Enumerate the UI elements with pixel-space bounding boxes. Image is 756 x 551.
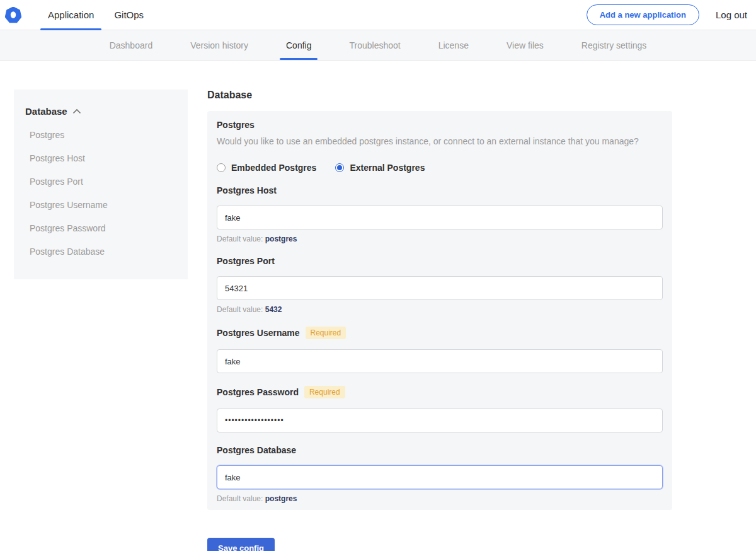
field-postgres-host: Postgres Host Default value: postgres xyxy=(217,185,663,243)
top-header: Application GitOps Add a new application… xyxy=(0,0,756,30)
field-postgres-port: Postgres Port Default value: 5432 xyxy=(217,256,663,314)
default-value-label: Default value: xyxy=(217,235,263,243)
subnav-license[interactable]: License xyxy=(430,30,478,60)
postgres-port-input[interactable] xyxy=(217,276,663,300)
header-right: Add a new application Log out xyxy=(587,0,756,30)
postgres-group-label: Postgres xyxy=(217,120,663,130)
postgres-group-description: Would you like to use an embedded postgr… xyxy=(217,136,663,146)
content-area: Database Postgres Postgres Host Postgres… xyxy=(0,61,756,551)
database-config-panel: Postgres Would you like to use an embedd… xyxy=(207,111,672,510)
postgres-password-label: Postgres Password Required xyxy=(217,386,663,398)
radio-external-postgres[interactable]: External Postgres xyxy=(335,163,425,173)
postgres-username-label-text: Postgres Username xyxy=(217,328,300,338)
page-title: Database xyxy=(207,90,672,101)
postgres-port-default-help: Default value: 5432 xyxy=(217,305,663,314)
postgres-port-label: Postgres Port xyxy=(217,256,663,266)
radio-checked-icon xyxy=(335,163,344,172)
sidebar-item-postgres-database[interactable]: Postgres Database xyxy=(25,240,176,263)
logout-button[interactable]: Log out xyxy=(716,9,747,20)
subnav-troubleshoot[interactable]: Troubleshoot xyxy=(340,30,409,60)
subnav-dashboard[interactable]: Dashboard xyxy=(101,30,162,60)
app-logo[interactable] xyxy=(5,0,21,30)
postgres-database-input[interactable] xyxy=(217,465,663,489)
sidebar-item-postgres-host[interactable]: Postgres Host xyxy=(25,146,176,170)
postgres-host-input[interactable] xyxy=(217,206,663,229)
postgres-radio-group: Embedded Postgres External Postgres xyxy=(217,163,663,173)
radio-embedded-postgres[interactable]: Embedded Postgres xyxy=(217,163,316,173)
sidebar-group-database-label: Database xyxy=(25,106,67,117)
postgres-host-label: Postgres Host xyxy=(217,185,663,195)
required-badge: Required xyxy=(304,386,345,398)
postgres-password-input[interactable] xyxy=(217,409,663,432)
subnav-view-files[interactable]: View files xyxy=(498,30,553,60)
sidebar-item-postgres-username[interactable]: Postgres Username xyxy=(25,193,176,216)
config-sidebar: Database Postgres Postgres Host Postgres… xyxy=(14,90,188,279)
default-value-label: Default value: xyxy=(217,305,263,314)
postgres-password-label-text: Postgres Password xyxy=(217,387,299,397)
field-postgres-database: Postgres Database Default value: postgre… xyxy=(217,445,663,503)
postgres-username-input[interactable] xyxy=(217,349,663,373)
postgres-host-default-help: Default value: postgres xyxy=(217,235,663,243)
chevron-up-icon xyxy=(72,108,81,114)
required-badge: Required xyxy=(306,327,346,339)
subnav-config[interactable]: Config xyxy=(277,30,320,60)
sidebar-item-postgres-password[interactable]: Postgres Password xyxy=(25,216,176,240)
tab-application-label: Application xyxy=(48,9,94,20)
default-value-label: Default value: xyxy=(217,494,263,503)
radio-external-postgres-label: External Postgres xyxy=(350,163,425,173)
tab-gitops-label: GitOps xyxy=(114,9,144,20)
add-application-button[interactable]: Add a new application xyxy=(587,4,699,25)
sidebar-item-postgres-port[interactable]: Postgres Port xyxy=(25,170,176,193)
postgres-database-default-help: Default value: postgres xyxy=(217,494,663,503)
radio-embedded-postgres-label: Embedded Postgres xyxy=(231,163,316,173)
postgres-database-label: Postgres Database xyxy=(217,445,663,455)
default-value-text: postgres xyxy=(265,235,297,243)
default-value-text: postgres xyxy=(265,494,297,503)
default-value-text: 5432 xyxy=(265,305,282,314)
sidebar-items: Postgres Postgres Host Postgres Port Pos… xyxy=(25,123,176,263)
kots-logo-icon xyxy=(5,7,21,23)
app-tabs: Application GitOps xyxy=(40,0,156,30)
tab-gitops[interactable]: GitOps xyxy=(106,0,151,30)
save-config-button[interactable]: Save config xyxy=(207,538,275,551)
sidebar-group-database[interactable]: Database xyxy=(25,106,176,117)
subnav-registry-settings[interactable]: Registry settings xyxy=(573,30,655,60)
app-sub-nav: Dashboard Version history Config Trouble… xyxy=(0,30,756,61)
tab-application[interactable]: Application xyxy=(40,0,101,30)
config-main: Database Postgres Would you like to use … xyxy=(207,90,672,551)
field-postgres-password: Postgres Password Required xyxy=(217,386,663,432)
postgres-username-label: Postgres Username Required xyxy=(217,327,663,339)
sidebar-item-postgres[interactable]: Postgres xyxy=(25,123,176,146)
field-postgres-username: Postgres Username Required xyxy=(217,327,663,373)
radio-unchecked-icon xyxy=(217,163,226,172)
subnav-version-history[interactable]: Version history xyxy=(181,30,257,60)
